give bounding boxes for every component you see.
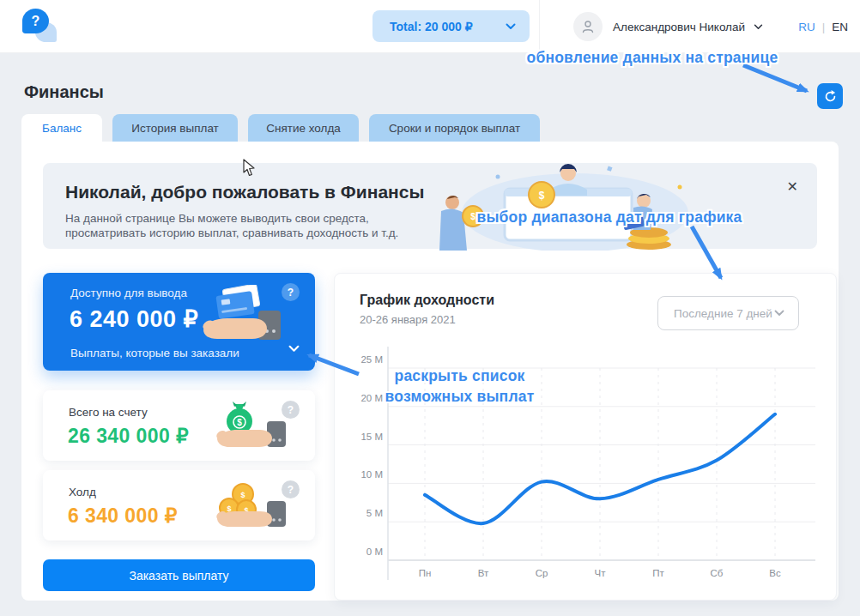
help-chat-logo-icon[interactable]: ?: [22, 9, 64, 46]
expand-list-annotation: раскрыть список возможных выплат: [367, 365, 552, 407]
svg-text:$: $: [240, 491, 245, 499]
chart-date-range: 20-26 января 2021: [360, 313, 456, 326]
refresh-annotation: обновление данных на странице: [498, 49, 807, 67]
tab-payout-terms[interactable]: Сроки и порядок выплат: [369, 114, 540, 142]
welcome-title: Николай, добро пожаловать в Финансы: [65, 182, 424, 202]
mouse-cursor-icon: [243, 159, 256, 177]
chevron-down-icon[interactable]: [288, 345, 300, 353]
refresh-button[interactable]: [817, 83, 843, 109]
hand-with-coins-icon: $ $ $: [214, 479, 286, 534]
welcome-description: На данной странице Вы можете выводить св…: [65, 211, 398, 240]
expand-annotation-line1: раскрыть список: [367, 365, 552, 386]
date-range-annotation: выбор диапазона дат для графика: [438, 208, 781, 226]
welcome-description-line1: На данной странице Вы можете выводить св…: [65, 211, 398, 226]
person-icon: [580, 19, 596, 34]
hand-with-cards-icon: [198, 285, 281, 348]
account-total-amount: 26 340 000 ₽: [68, 425, 189, 448]
lang-ru[interactable]: RU: [798, 21, 815, 33]
finance-people-illustration: $ $: [429, 161, 704, 251]
available-amount: 6 240 000 ₽: [70, 305, 198, 333]
svg-text:$: $: [227, 504, 231, 513]
app-header: ? Total: 20 000 ₽ Александрович Николай …: [0, 0, 860, 53]
user-name-label: Александрович Николай: [613, 21, 745, 33]
page-title: Финансы: [24, 82, 104, 102]
ordered-payouts-toggle[interactable]: Выплаты, которые вы заказали: [70, 347, 239, 359]
date-range-dropdown[interactable]: Последние 7 дней: [657, 296, 799, 330]
refresh-icon: [823, 89, 838, 104]
hold-card: Холд 6 340 000 ₽ ? $ $ $: [43, 470, 315, 541]
available-for-withdrawal-card: Доступно для вывода 6 240 000 ₽ Выплаты,…: [43, 273, 315, 371]
tab-payout-history[interactable]: История выплат: [112, 114, 238, 142]
tab-balance[interactable]: Баланс: [21, 114, 102, 142]
tab-hold-removal[interactable]: Снятие холда: [248, 114, 359, 142]
order-payout-button[interactable]: Заказать выплату: [43, 559, 315, 591]
date-range-value: Последние 7 дней: [674, 307, 772, 320]
account-total-card: Всего на счету 26 340 000 ₽ ? $: [43, 390, 315, 461]
user-menu[interactable]: Александрович Николай: [613, 0, 763, 53]
arrow-to-refresh-button: [743, 65, 807, 91]
header-divider: [539, 0, 540, 53]
language-switcher: RU | EN: [798, 0, 848, 53]
svg-text:$: $: [539, 190, 545, 202]
chart-title: График доходности: [360, 293, 494, 308]
tabs-bar: Баланс История выплат Снятие холда Сроки…: [21, 114, 540, 142]
welcome-description-line2: просматривать историю выплат, сравнивать…: [65, 226, 398, 240]
hold-amount: 6 340 000 ₽: [68, 504, 178, 528]
total-balance-label: Total: 20 000 ₽: [390, 20, 473, 33]
total-balance-dropdown[interactable]: Total: 20 000 ₽: [372, 10, 530, 42]
available-label: Доступно для вывода: [70, 287, 187, 299]
question-bubble-icon: ?: [22, 9, 49, 33]
help-icon[interactable]: ?: [282, 283, 300, 301]
lang-en[interactable]: EN: [832, 21, 848, 33]
banner-close-icon[interactable]: ✕: [787, 178, 798, 195]
welcome-banner: Николай, добро пожаловать в Финансы На д…: [43, 163, 817, 249]
chevron-down-icon: [754, 24, 763, 30]
chevron-down-icon: [506, 23, 516, 30]
svg-text:$: $: [237, 418, 242, 427]
lang-separator: |: [822, 21, 826, 33]
profit-chart-card: График доходности 20-26 января 2021 Посл…: [334, 273, 837, 601]
hand-with-money-bag-icon: $: [214, 399, 286, 454]
chevron-down-icon: [774, 310, 784, 317]
expand-annotation-line2: возможных выплат: [367, 386, 552, 407]
hold-label: Холд: [69, 486, 96, 498]
user-avatar[interactable]: [573, 12, 603, 41]
account-total-label: Всего на счету: [69, 406, 148, 419]
